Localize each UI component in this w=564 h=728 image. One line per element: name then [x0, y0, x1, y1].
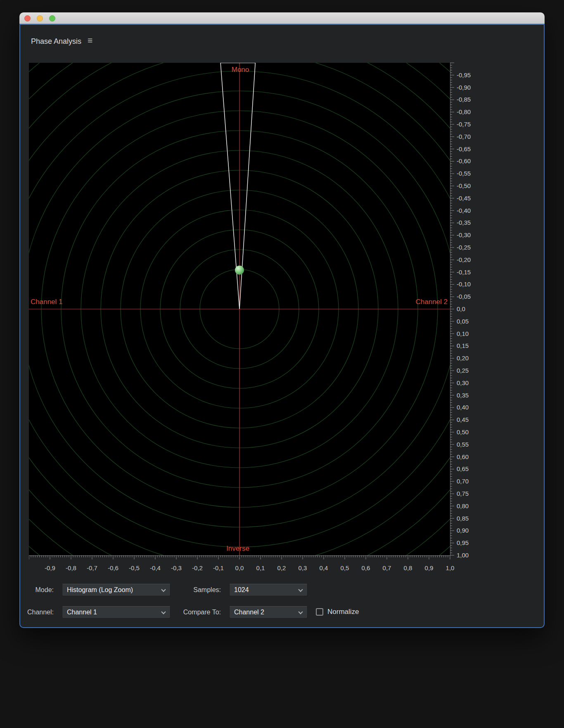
- svg-text:Channel 2: Channel 2: [415, 298, 448, 306]
- svg-text:0,0: 0,0: [235, 564, 244, 571]
- zoom-window-button[interactable]: [49, 15, 55, 21]
- svg-text:-0,2: -0,2: [192, 564, 203, 571]
- phase-plot: MonoInverseChannel 1Channel 2: [29, 63, 450, 555]
- svg-text:0,45: 0,45: [457, 416, 469, 423]
- svg-text:-0,75: -0,75: [457, 121, 471, 128]
- svg-text:-0,70: -0,70: [457, 133, 471, 140]
- svg-text:-0,35: -0,35: [457, 219, 471, 226]
- svg-text:0,20: 0,20: [457, 354, 469, 362]
- phase-analysis-panel: Phase Analysis ≡ MonoInverseChannel 1Cha…: [19, 24, 545, 628]
- svg-text:0,50: 0,50: [457, 428, 469, 435]
- mode-select[interactable]: Histogram (Log Zoom): [62, 584, 171, 596]
- window-titlebar[interactable]: [19, 12, 545, 24]
- svg-text:-0,25: -0,25: [457, 244, 471, 251]
- x-axis-ruler: -0,9-0,8-0,7-0,6-0,5-0,4-0,3-0,2-0,10,00…: [29, 555, 467, 574]
- svg-text:-0,90: -0,90: [457, 84, 471, 91]
- svg-text:0,80: 0,80: [457, 502, 469, 509]
- svg-text:-0,6: -0,6: [108, 564, 118, 571]
- channel-label: Channel:: [24, 606, 58, 619]
- svg-text:0,05: 0,05: [457, 318, 469, 325]
- svg-text:0,1: 0,1: [256, 564, 265, 571]
- svg-text:-0,4: -0,4: [150, 564, 161, 571]
- chevron-down-icon: [298, 609, 303, 614]
- svg-text:0,4: 0,4: [320, 564, 328, 571]
- svg-text:0,25: 0,25: [457, 367, 469, 374]
- mode-value: Histogram (Log Zoom): [67, 586, 133, 593]
- svg-text:0,60: 0,60: [457, 453, 469, 460]
- samples-label: Samples:: [173, 584, 225, 596]
- channel-select[interactable]: Channel 1: [62, 606, 171, 619]
- svg-text:0,7: 0,7: [383, 564, 391, 571]
- svg-text:-0,3: -0,3: [171, 564, 182, 571]
- svg-text:0,55: 0,55: [457, 441, 469, 448]
- svg-text:-0,10: -0,10: [457, 281, 471, 288]
- svg-text:0,9: 0,9: [425, 564, 434, 571]
- svg-text:-0,40: -0,40: [457, 207, 471, 214]
- svg-text:-0,65: -0,65: [457, 145, 471, 152]
- normalize-checkbox[interactable]: [316, 608, 323, 616]
- svg-text:Mono: Mono: [232, 66, 249, 74]
- chevron-down-icon: [161, 587, 166, 592]
- svg-text:-0,95: -0,95: [457, 71, 471, 79]
- close-window-button[interactable]: [24, 15, 31, 21]
- svg-text:-0,80: -0,80: [457, 108, 471, 115]
- compare-to-value: Channel 2: [234, 609, 264, 616]
- svg-text:0,75: 0,75: [457, 490, 469, 497]
- svg-text:1,0: 1,0: [446, 564, 455, 571]
- svg-text:0,6: 0,6: [362, 564, 370, 571]
- svg-text:0,2: 0,2: [277, 564, 286, 571]
- svg-text:-0,7: -0,7: [87, 564, 97, 571]
- svg-text:-0,05: -0,05: [457, 293, 471, 300]
- normalize-label[interactable]: Normalize: [327, 607, 359, 617]
- minimize-window-button[interactable]: [37, 15, 43, 21]
- svg-text:0,5: 0,5: [341, 564, 349, 571]
- svg-text:-0,50: -0,50: [457, 182, 471, 189]
- samples-value: 1024: [234, 586, 249, 593]
- svg-text:Channel 1: Channel 1: [31, 298, 63, 306]
- panel-title: Phase Analysis: [31, 36, 81, 46]
- samples-select[interactable]: 1024: [229, 584, 308, 596]
- y-axis-ruler: -0,95-0,90-0,85-0,80-0,75-0,70-0,65-0,60…: [450, 59, 480, 559]
- svg-text:0,35: 0,35: [457, 392, 469, 399]
- svg-text:0,15: 0,15: [457, 342, 469, 349]
- svg-text:-0,45: -0,45: [457, 195, 471, 202]
- svg-text:0,30: 0,30: [457, 379, 469, 386]
- svg-text:-0,60: -0,60: [457, 157, 471, 164]
- svg-text:-0,55: -0,55: [457, 170, 471, 177]
- svg-text:-0,85: -0,85: [457, 96, 471, 103]
- chevron-down-icon: [161, 609, 166, 614]
- svg-text:-0,8: -0,8: [66, 564, 76, 571]
- panel-menu-icon[interactable]: ≡: [88, 36, 92, 45]
- svg-text:0,40: 0,40: [457, 404, 469, 411]
- svg-text:-0,15: -0,15: [457, 269, 471, 276]
- svg-text:-0,30: -0,30: [457, 231, 471, 238]
- svg-text:-0,1: -0,1: [213, 564, 224, 571]
- phase-analysis-window: Phase Analysis ≡ MonoInverseChannel 1Cha…: [19, 12, 545, 628]
- chevron-down-icon: [298, 587, 303, 592]
- compare-to-select[interactable]: Channel 2: [229, 606, 308, 619]
- svg-text:0,8: 0,8: [404, 564, 412, 571]
- svg-text:0,65: 0,65: [457, 465, 469, 472]
- svg-text:0,95: 0,95: [457, 539, 469, 546]
- svg-text:0,70: 0,70: [457, 478, 469, 485]
- svg-text:0,3: 0,3: [299, 564, 307, 571]
- svg-text:0,85: 0,85: [457, 515, 469, 522]
- svg-text:-0,9: -0,9: [45, 564, 55, 571]
- svg-text:-0,5: -0,5: [129, 564, 140, 571]
- svg-text:0,10: 0,10: [457, 330, 469, 337]
- svg-text:0,0: 0,0: [457, 305, 465, 312]
- svg-text:Inverse: Inverse: [226, 545, 249, 552]
- svg-text:-0,20: -0,20: [457, 256, 471, 263]
- mode-label: Mode:: [24, 584, 58, 596]
- compare-to-label: Compare To:: [173, 606, 225, 619]
- svg-text:0,90: 0,90: [457, 527, 469, 534]
- channel-value: Channel 1: [67, 609, 97, 616]
